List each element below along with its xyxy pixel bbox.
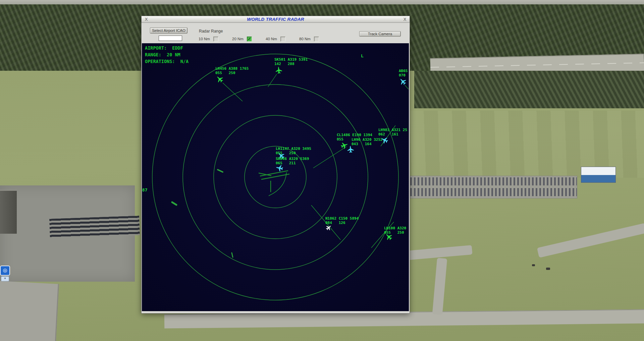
aircraft-target-n1862: N1862 C150 5894084 126 xyxy=(311,205,359,240)
range-option-20nm: 20 Nm✓ xyxy=(232,37,252,41)
range-label: 10 Nm xyxy=(199,37,210,41)
outlying-runway-mark xyxy=(232,253,233,257)
aircraft-target-sr846: SR846 A320 5369065 211 xyxy=(275,157,309,172)
scenery-vehicle xyxy=(546,268,550,270)
track-camera-button[interactable]: Track Camera xyxy=(359,31,401,37)
radar-svg: 387LAIRPORT: EDDFRANGE: 20 NMOPERATIONS:… xyxy=(142,43,409,311)
scenery-parking-lot xyxy=(410,176,577,198)
range-label: 20 Nm xyxy=(232,37,244,41)
scenery-vehicle xyxy=(532,264,535,266)
aircraft-label-data: 055 250 xyxy=(215,71,235,75)
scenery-runway-left xyxy=(0,281,59,341)
radar-info-line: RANGE: 20 NM xyxy=(145,52,180,57)
radar-info-line: AIRPORT: EDDF xyxy=(145,45,183,51)
range-label: 80 Nm xyxy=(299,37,311,41)
aircraft-target-lh983: LH983 A321 25062 161 xyxy=(378,128,407,145)
scenery-taxiway-c xyxy=(432,258,447,315)
aircraft-icon xyxy=(215,74,224,84)
outlying-runway-mark xyxy=(218,170,223,172)
radar-info-line: OPERATIONS: N/A xyxy=(145,59,189,64)
aircraft-icon xyxy=(275,164,283,172)
aircraft-label-callsign: N1862 C150 5894 xyxy=(325,216,359,221)
aircraft-label-data: 142 288 xyxy=(274,62,294,66)
aircraft-target-lh456: LH456 A388 1765055 250 xyxy=(215,66,249,101)
aircraft-label-data: 062 161 xyxy=(378,132,398,136)
radar-stray-label: 387 xyxy=(142,187,147,192)
icao-input[interactable] xyxy=(159,36,182,41)
range-checkbox-80nm[interactable] xyxy=(314,37,319,42)
aircraft-label-data: 065 211 xyxy=(276,161,296,165)
aircraft-trail xyxy=(405,85,409,89)
aircraft-label-callsign: SR846 A320 5369 xyxy=(276,157,309,161)
aircraft-label-data: 084 126 xyxy=(325,221,345,225)
map-locator-icon[interactable]: ◎ xyxy=(0,266,10,276)
scenery-trees-right xyxy=(414,71,644,108)
approach-path-line xyxy=(313,147,346,168)
aircraft-label-data: 055 250 xyxy=(384,230,404,235)
horizon-strip xyxy=(0,0,644,5)
outlying-runway-mark xyxy=(172,202,176,205)
aircraft-label-callsign: CL1486 E190 1394 xyxy=(337,133,372,137)
radar-display: 387LAIRPORT: EDDFRANGE: 20 NMOPERATIONS:… xyxy=(142,43,409,311)
range-checkbox-20nm[interactable]: ✓ xyxy=(247,37,252,42)
aircraft-label-callsign: LH456 A388 1765 xyxy=(215,66,249,71)
aircraft-target-sk501: SK501 A319 5391142 288 xyxy=(268,57,308,87)
aircraft-label-data: 055 xyxy=(337,137,343,141)
aircraft-label-callsign: LH100 A320 xyxy=(384,226,406,230)
aircraft-label-callsign: LH1147 A320 3495 xyxy=(276,147,311,151)
aircraft-target-lh100: LH100 A320055 250 xyxy=(371,222,406,248)
aircraft-label-data: 043 164 xyxy=(352,142,372,146)
aircraft-icon xyxy=(275,66,282,74)
chevron-down-icon[interactable]: ▾ xyxy=(1,276,9,281)
aircraft-label-callsign: LH90 A320 3252 xyxy=(352,137,383,142)
aircraft-icon xyxy=(347,146,354,153)
aircraft-label-data: 055 250 xyxy=(276,151,296,155)
scenery-building xyxy=(0,190,17,234)
aircraft-label-callsign: LH983 A321 25 xyxy=(378,128,407,132)
range-label: 40 Nm xyxy=(266,37,277,41)
range-checkbox-40nm[interactable] xyxy=(280,37,285,42)
select-airport-icao-button[interactable]: Select Airport ICAO xyxy=(150,27,187,34)
range-option-40nm: 40 Nm xyxy=(266,37,285,41)
window-title: WORLD TRAFFIC RADAR xyxy=(142,17,410,22)
aircraft-target-lh90: LH90 A320 3252043 164 xyxy=(347,137,383,153)
scenery-blue-building xyxy=(581,167,616,183)
radar-toolbar: Select Airport ICAO Radar Range 10 Nm20 … xyxy=(142,23,410,43)
radar-range-label: Radar Range xyxy=(199,29,223,34)
aircraft-ground-trail xyxy=(269,172,286,196)
aircraft-icon xyxy=(340,141,349,150)
radar-stray-label: L xyxy=(361,53,364,58)
aircraft-trail xyxy=(268,74,277,87)
scenery-solar-panels xyxy=(49,216,140,238)
aircraft-label-data: 070 xyxy=(399,73,406,77)
close-icon[interactable]: X xyxy=(402,16,408,22)
aircraft-label-callsign: AB65 xyxy=(399,69,408,73)
scenery-taxiway-b xyxy=(537,223,644,258)
range-checkbox-10nm[interactable] xyxy=(213,37,218,42)
aircraft-trail xyxy=(223,83,243,101)
world-traffic-radar-window: X WORLD TRAFFIC RADAR X Select Airport I… xyxy=(141,16,410,314)
aircraft-target-ab65: AB65070 xyxy=(398,69,409,89)
aircraft-icon xyxy=(398,77,408,86)
range-option-80nm: 80 Nm xyxy=(299,37,319,41)
range-option-10nm: 10 Nm xyxy=(199,37,218,41)
aircraft-label-callsign: SK501 A319 5391 xyxy=(274,57,308,62)
window-titlebar[interactable]: X WORLD TRAFFIC RADAR X xyxy=(142,16,410,23)
